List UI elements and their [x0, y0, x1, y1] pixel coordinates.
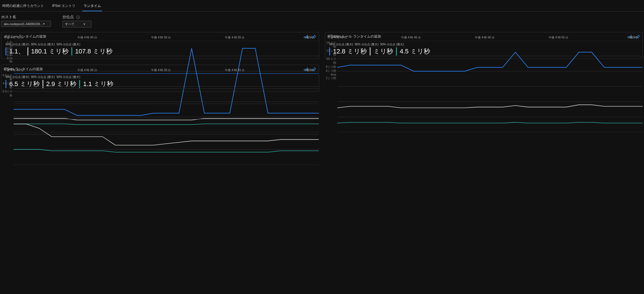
chevron-down-icon: ▾: [84, 22, 85, 26]
filter-bar: ホスト名 aks-nodepool1-34099109… ▾ 分位点 i すべて…: [0, 12, 644, 31]
x-axis: 午後 4 時 40 分午後 4 時 45 分午後 4 時 50 分午後 4 時 …: [14, 36, 319, 41]
hostname-label: ホスト名: [1, 14, 51, 20]
tab-ipset-entries[interactable]: IPSet エントリ: [51, 2, 77, 11]
chart-plot: [14, 73, 319, 165]
chevron-down-icon: ▾: [43, 22, 45, 26]
x-axis: 午後 4 時 40 分午後 4 時 45 分午後 4 時 50 分午後 4 時 …: [14, 68, 319, 73]
chart-panel: IPTables ルール ランタイムの追加 14 ミリ秒12 ミリ秒10 ミリ秒…: [325, 32, 643, 59]
hostname-value: aks-nodepool1-34099109…: [4, 22, 43, 26]
tab-counts[interactable]: 時間の経過に伴うカウント: [1, 2, 45, 11]
info-icon[interactable]: i: [76, 16, 80, 19]
hostname-dropdown[interactable]: aks-nodepool1-34099109… ▾: [1, 21, 51, 27]
chart-panel: IPSets ランタイムの追加 6.5ミリ秒4.4ミリ秒2.2ミリ秒 午後 4 …: [1, 65, 319, 92]
quantile-dropdown[interactable]: すべて ▾: [62, 21, 91, 27]
chart-panel: ポリシー ランタイムの追加 1.2s1s0.8s0.6s0.4s0.2s0s 午…: [1, 32, 319, 59]
quantile-value: すべて: [65, 22, 75, 26]
x-axis: 午後 4 時 40 分午後 4 時 45 分午後 4 時 50 分午後 4 時 …: [337, 36, 643, 41]
quantile-label: 分位点 i: [62, 14, 91, 20]
tabs: 時間の経過に伴うカウント IPSet エントリ ランタイム: [0, 0, 644, 12]
charts-grid: ポリシー ランタイムの追加 1.2s1s0.8s0.6s0.4s0.2s0s 午…: [0, 31, 644, 93]
tab-runtime[interactable]: ランタイム: [82, 2, 102, 11]
chart-plot: [337, 41, 643, 132]
